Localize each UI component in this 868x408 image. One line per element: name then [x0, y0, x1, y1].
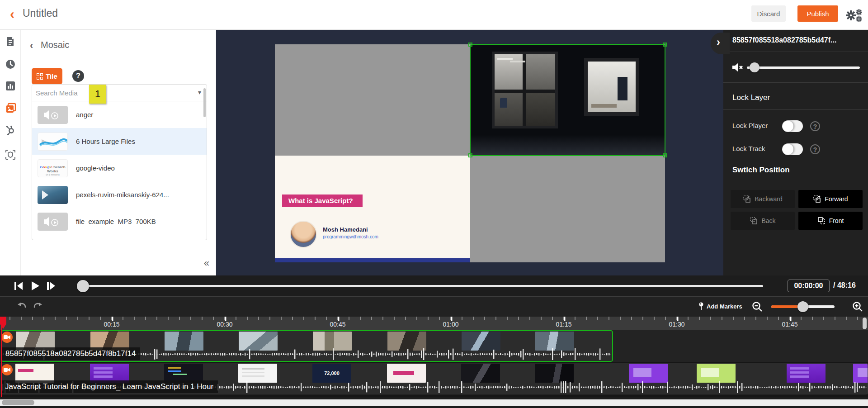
publish-button[interactable]: Publish — [797, 5, 838, 22]
hscroll-track[interactable] — [0, 399, 868, 406]
discard-button[interactable]: Discard — [751, 5, 786, 22]
hubspot-icon[interactable] — [5, 125, 16, 136]
media-item-label: anger — [76, 111, 93, 119]
lock-player-label: Lock Player — [732, 122, 768, 129]
volume-slider-handle[interactable] — [750, 62, 760, 72]
properties-panel: 85857f085518a082785b5d47f... Lock Layer … — [723, 30, 868, 275]
lock-track-toggle[interactable] — [782, 143, 803, 155]
video-track-icon — [1, 332, 13, 343]
video-track-icon — [1, 364, 13, 375]
mosaic-tile-1[interactable] — [275, 44, 470, 156]
media-list-scrollbar[interactable] — [203, 88, 206, 117]
search-media-input[interactable] — [36, 86, 185, 99]
timeline-toolbar: Add Markers — [0, 296, 868, 317]
volume-muted-icon[interactable] — [731, 62, 744, 73]
clip-thumbnail — [629, 364, 668, 383]
clip-thumbnail — [787, 364, 826, 383]
panel-back-icon[interactable]: ‹ — [30, 40, 33, 52]
media-item[interactable]: Google Search Works(in 5 minutes)google-… — [32, 155, 207, 181]
privacy-icon[interactable] — [5, 149, 16, 160]
ruler-time-label: 00:30 — [217, 321, 232, 328]
help-icon[interactable] — [72, 70, 84, 82]
media-item[interactable]: 6 Hours Large Files — [32, 128, 207, 155]
mosaic-preview: What is JavaScript? Mosh Hamedani progra… — [275, 44, 665, 262]
mosaic-tile-3-slide[interactable]: What is JavaScript? Mosh Hamedani progra… — [275, 156, 470, 262]
clip-thumbnail — [535, 364, 574, 383]
tile-button[interactable]: Tile — [32, 68, 62, 85]
volume-slider[interactable] — [747, 66, 860, 69]
back-icon[interactable]: ‹ — [10, 6, 14, 22]
timeline-ruler[interactable]: 00:1500:3000:4501:0001:1501:3001:45 — [0, 317, 868, 330]
redo-icon[interactable] — [33, 301, 44, 313]
forward-button[interactable]: Forward — [798, 190, 863, 208]
chevron-down-icon[interactable] — [198, 89, 201, 96]
clip-thumbnail — [15, 364, 54, 383]
clip-thumbnail — [239, 332, 278, 351]
lock-track-help-icon[interactable] — [810, 144, 820, 154]
selected-clip-title: 85857f085518a082785b5d47f... — [732, 36, 836, 44]
collapse-right-panel-tab[interactable] — [711, 33, 730, 54]
timeline-zoom-handle[interactable] — [797, 301, 808, 312]
project-title: Untitled — [23, 7, 58, 19]
media-thumbnail: Google Search Works(in 5 minutes) — [38, 159, 68, 177]
zoom-in-icon[interactable] — [852, 301, 863, 313]
backward-label: Backward — [755, 195, 782, 203]
front-button[interactable]: Front — [798, 212, 863, 230]
switch-position-heading: Swtich Position — [732, 166, 790, 175]
undo-icon[interactable] — [16, 301, 28, 313]
settings-gear-icon[interactable] — [844, 7, 864, 23]
media-item[interactable]: pexels-ruvim-miksanskiy-624... — [32, 181, 207, 208]
media-item[interactable]: anger — [32, 101, 207, 128]
preview-stage: What is JavaScript? Mosh Hamedani progra… — [216, 30, 723, 275]
search-row: 1 — [32, 85, 207, 101]
slide-title: What is JavaScript? — [282, 195, 363, 207]
lock-player-help-icon[interactable] — [810, 121, 820, 131]
panel-title: Mosaic — [41, 40, 69, 50]
clip-thumbnail: 72,000 — [312, 364, 351, 383]
media-panel: ‹ Mosaic Tile 1 anger6 Hours Large Files… — [21, 30, 216, 275]
timeline-hscroll — [0, 397, 868, 408]
seek-handle[interactable] — [77, 280, 89, 292]
previous-frame-icon[interactable] — [13, 280, 24, 292]
ruler-time-label: 01:45 — [782, 321, 797, 328]
clip-thumbnail — [387, 364, 426, 383]
clip-thumbnail — [462, 332, 500, 351]
mosaic-tile-4[interactable] — [470, 156, 665, 262]
tile-grid-icon — [37, 73, 43, 80]
timeline-clip-2[interactable]: 72,000 JavaScript Tutorial for Beginners… — [1, 363, 868, 394]
back-button[interactable]: Back — [731, 212, 795, 230]
current-time: 00:00:00 — [788, 280, 830, 292]
zoom-out-icon[interactable] — [751, 301, 763, 313]
timeline-clip-1[interactable]: 85857f085518a082785b5d47f8b17f14 — [1, 330, 613, 362]
lock-player-toggle[interactable] — [782, 120, 803, 132]
add-markers-label: Add Markers — [707, 303, 742, 310]
video-window-right — [584, 58, 639, 116]
script-icon[interactable] — [5, 36, 16, 47]
add-markers-button[interactable]: Add Markers — [698, 302, 742, 310]
timeline-zoom-slider[interactable] — [771, 305, 835, 308]
clip-thumbnail — [535, 332, 574, 351]
media-item-label: pexels-ruvim-miksanskiy-624... — [76, 191, 169, 199]
ruler-time-label: 00:45 — [330, 321, 345, 328]
collapse-panel-icon[interactable] — [204, 257, 209, 269]
media-item[interactable]: file_example_MP3_700KB — [32, 208, 207, 235]
backward-button[interactable]: Backward — [731, 190, 795, 208]
back-label: Back — [761, 217, 775, 224]
ruler-time-label: 01:15 — [556, 321, 571, 328]
media-search-box: 1 anger6 Hours Large FilesGoogle Search … — [32, 84, 207, 240]
clip-thumbnail — [238, 364, 277, 383]
front-label: Front — [829, 217, 844, 224]
mosaic-tile-2-video[interactable] — [470, 44, 665, 156]
play-button-icon[interactable] — [29, 280, 41, 292]
clip1-label: 85857f085518a082785b5d47f8b17f14 — [2, 347, 140, 360]
timeline-vertical-scrollbar[interactable] — [863, 318, 867, 329]
slide-author: Mosh Hamedani — [323, 226, 368, 233]
history-icon[interactable] — [5, 59, 16, 70]
hscroll-thumb[interactable] — [2, 400, 34, 405]
analytics-icon[interactable] — [5, 81, 16, 91]
seek-bar[interactable] — [78, 285, 763, 287]
media-icon[interactable] — [5, 102, 16, 113]
clip-thumbnail — [697, 364, 736, 383]
next-frame-icon[interactable] — [45, 280, 57, 292]
slide-footer-bar — [275, 258, 470, 262]
